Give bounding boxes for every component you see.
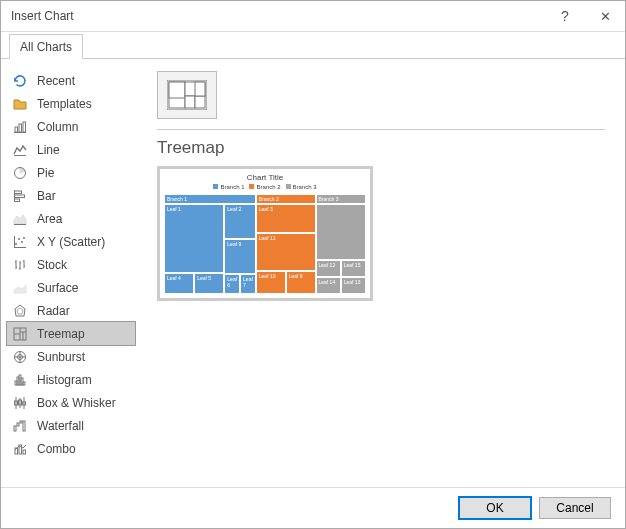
svg-rect-6 [15,191,22,194]
waterfall-icon [11,417,29,435]
tab-row: All Charts [1,32,625,59]
svg-point-13 [18,238,20,240]
treemap-cell: Leaf 6 [224,274,240,294]
preview-title: Chart Title [164,173,366,182]
legend-label-2: Branch 2 [256,184,280,190]
cancel-button[interactable]: Cancel [539,497,611,519]
sidebar-item-bar[interactable]: Bar [7,184,135,207]
svg-rect-1 [19,124,22,132]
sidebar-item-recent[interactable]: Recent [7,69,135,92]
stock-icon [11,256,29,274]
sidebar-item-combo[interactable]: Combo [7,437,135,460]
svg-rect-51 [20,421,22,423]
treemap-cell: Leaf 13 [341,277,366,294]
svg-rect-8 [15,199,20,202]
treemap-cell: Leaf 4 [164,273,194,295]
treemap-cell: Leaf 7 [240,274,256,294]
help-button[interactable]: ? [545,1,585,31]
sidebar-item-column[interactable]: Column [7,115,135,138]
sidebar-item-surface[interactable]: Surface [7,276,135,299]
treemap-cell: Leaf 12 [316,260,341,277]
sidebar-item-radar[interactable]: Radar [7,299,135,322]
svg-rect-49 [14,426,16,431]
scatter-icon [11,233,29,251]
sidebar-item-scatter[interactable]: X Y (Scatter) [7,230,135,253]
legend-label-1: Branch 1 [220,184,244,190]
chart-preview[interactable]: Chart Title Branch 1 Branch 2 Branch 3 B… [157,166,373,301]
close-button[interactable]: ✕ [585,1,625,31]
legend-label-3: Branch 3 [293,184,317,190]
radar-icon [11,302,29,320]
treemap-cell: Leaf 9 [224,239,255,274]
legend-swatch-1 [213,184,218,189]
svg-rect-55 [23,450,26,454]
sidebar-item-label: Area [37,212,62,226]
treemap-cell: Leaf 5 [194,273,224,295]
sidebar-item-area[interactable]: Area [7,207,135,230]
sidebar-item-boxwhisker[interactable]: Box & Whisker [7,391,135,414]
treemap-thumb-icon [167,80,207,110]
treemap-cell: Leaf 1 [164,204,224,273]
sidebar-item-sunburst[interactable]: Sunburst [7,345,135,368]
sidebar-item-treemap[interactable]: Treemap [7,322,135,345]
legend-swatch-3 [286,184,291,189]
sidebar-item-line[interactable]: Line [7,138,135,161]
boxwhisker-icon [11,394,29,412]
dialog-footer: OK Cancel [1,487,625,528]
svg-rect-52 [23,421,25,431]
sidebar-item-label: Waterfall [37,419,84,433]
pie-icon [11,164,29,182]
column-icon [11,118,29,136]
svg-rect-42 [23,382,25,385]
treemap-cell [316,204,367,260]
sidebar-item-label: X Y (Scatter) [37,235,105,249]
svg-point-12 [15,243,17,245]
sidebar-item-label: Pie [37,166,54,180]
legend-swatch-2 [249,184,254,189]
combo-icon [11,440,29,458]
sidebar-item-waterfall[interactable]: Waterfall [7,414,135,437]
sidebar-item-stock[interactable]: Stock [7,253,135,276]
sunburst-icon [11,348,29,366]
svg-rect-60 [185,96,195,108]
sidebar-item-label: Bar [37,189,56,203]
sidebar-item-templates[interactable]: Templates [7,92,135,115]
line-icon [11,141,29,159]
chart-type-list: Recent Templates Column Line [1,59,139,487]
sidebar-item-label: Histogram [37,373,92,387]
svg-rect-62 [195,82,205,96]
sidebar-item-label: Radar [37,304,70,318]
treemap-cell: Leaf 15 [341,260,366,277]
tab-all-charts[interactable]: All Charts [9,34,83,59]
treemap-icon [11,325,29,343]
treemap-cell: Branch 3 [316,194,367,204]
treemap-cell: Leaf 8 [286,271,316,294]
svg-point-14 [21,241,23,243]
area-icon [11,210,29,228]
svg-rect-0 [15,127,18,132]
treemap-cell: Branch 2 [256,194,316,204]
dialog-title: Insert Chart [11,9,545,23]
sidebar-item-label: Stock [37,258,67,272]
separator [157,129,605,130]
sidebar-item-label: Combo [37,442,76,456]
treemap-cell: Leaf 3 [256,204,316,233]
svg-marker-28 [17,308,23,314]
svg-rect-7 [15,195,25,198]
sidebar-item-pie[interactable]: Pie [7,161,135,184]
tab-label: All Charts [20,40,72,54]
sidebar-item-label: Line [37,143,60,157]
treemap-cell: Leaf 14 [316,277,341,294]
sidebar-item-label: Box & Whisker [37,396,116,410]
sidebar-item-histogram[interactable]: Histogram [7,368,135,391]
chart-subtype-thumb[interactable] [157,71,217,119]
svg-marker-10 [14,215,26,224]
svg-rect-2 [23,122,26,132]
treemap-cell: Branch 1 [164,194,256,204]
help-icon: ? [561,8,569,24]
ok-button[interactable]: OK [459,497,531,519]
surface-icon [11,279,29,297]
dialog-body: Recent Templates Column Line [1,59,625,487]
close-icon: ✕ [600,9,611,24]
sidebar-item-label: Sunburst [37,350,85,364]
